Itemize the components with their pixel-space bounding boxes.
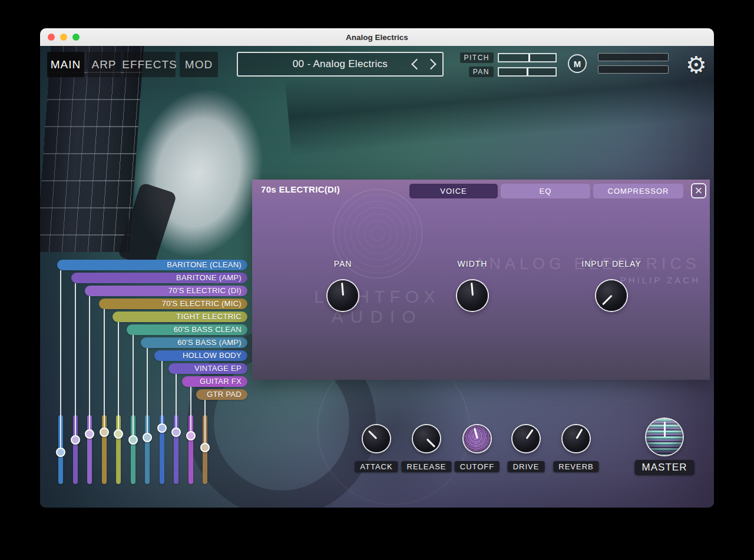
panel-knobs: PANWIDTHINPUT DELAY (252, 180, 710, 380)
close-icon: × (695, 184, 703, 197)
tab-effects[interactable]: EFFECTS (124, 52, 176, 77)
knob-label: RELEASE (402, 461, 452, 472)
knob-attack[interactable] (363, 425, 390, 452)
desktop-background: Analog Electrics MAIN ARP EFFECTS MOD 00… (0, 0, 754, 560)
tab-voice[interactable]: VOICE (409, 184, 498, 198)
zoom-window-button[interactable] (72, 34, 80, 41)
knob-label: INPUT DELAY (581, 259, 641, 269)
knob-label: CUTOFF (455, 461, 500, 472)
pan-row: PAN (452, 67, 557, 77)
preset-name: 00 - Analog Electrics (293, 58, 388, 70)
pan-label: PAN (469, 67, 494, 77)
pan-slider[interactable] (498, 67, 557, 77)
knob-needle-icon (664, 422, 666, 437)
minimize-window-button[interactable] (60, 34, 67, 41)
traffic-lights (48, 34, 80, 41)
knob-needle-icon (471, 283, 474, 296)
pitch-slider[interactable] (498, 53, 557, 62)
knob-release[interactable] (413, 425, 440, 452)
knob-drive[interactable] (512, 425, 540, 452)
tab-arp[interactable]: ARP (87, 52, 121, 77)
tab-mod[interactable]: MOD (180, 52, 218, 77)
knob-label: REVERB (553, 461, 598, 472)
knob-label: MASTER (635, 460, 695, 475)
panel-close-button[interactable]: × (691, 183, 706, 198)
preset-selector[interactable]: 00 - Analog Electrics (237, 52, 444, 77)
knob-pan[interactable] (328, 280, 358, 311)
window-title: Analog Electrics (346, 33, 408, 42)
knob-needle-icon (368, 430, 377, 439)
preset-prev-icon[interactable] (411, 59, 422, 69)
editor-panel: 70s ELECTRIC(DI) VOICE EQ COMPRESSOR × L… (252, 180, 710, 380)
knob-needle-icon (341, 283, 344, 296)
knob-needle-icon (474, 428, 478, 439)
level-meter-1 (598, 53, 669, 61)
knob-label: DRIVE (508, 461, 545, 472)
knob-label: ATTACK (355, 461, 398, 472)
knob-cutoff[interactable] (464, 425, 491, 452)
knob-width[interactable] (457, 280, 488, 311)
knob-label: PAN (334, 259, 352, 269)
settings-gear-icon[interactable]: ⚙ (682, 51, 710, 79)
knob-needle-icon (426, 438, 435, 448)
knob-master[interactable] (646, 419, 683, 455)
pitch-row: PITCH (452, 52, 557, 63)
tab-eq[interactable]: EQ (501, 184, 590, 198)
pitch-marker (528, 54, 530, 61)
knob-needle-icon (602, 295, 613, 306)
plugin-ui: MAIN ARP EFFECTS MOD 00 - Analog Electri… (40, 46, 714, 508)
tab-main[interactable]: MAIN (47, 52, 84, 77)
midi-button[interactable]: M (568, 54, 587, 73)
level-meter-2 (598, 65, 669, 74)
pan-marker (527, 68, 528, 75)
pitch-label: PITCH (460, 52, 494, 63)
app-window: Analog Electrics MAIN ARP EFFECTS MOD 00… (40, 28, 714, 508)
titlebar: Analog Electrics (40, 28, 714, 46)
panel-title: 70s ELECTRIC(DI) (261, 184, 340, 194)
preset-next-icon[interactable] (425, 59, 436, 69)
pitch-pan-controls: PITCH PAN (452, 52, 557, 81)
knob-label: WIDTH (458, 259, 488, 269)
knob-reverb[interactable] (563, 425, 590, 452)
knob-needle-icon (576, 429, 583, 439)
knob-input-delay[interactable] (596, 280, 627, 311)
tab-compressor[interactable]: COMPRESSOR (593, 184, 683, 198)
knob-needle-icon (525, 429, 534, 439)
close-window-button[interactable] (48, 34, 55, 41)
